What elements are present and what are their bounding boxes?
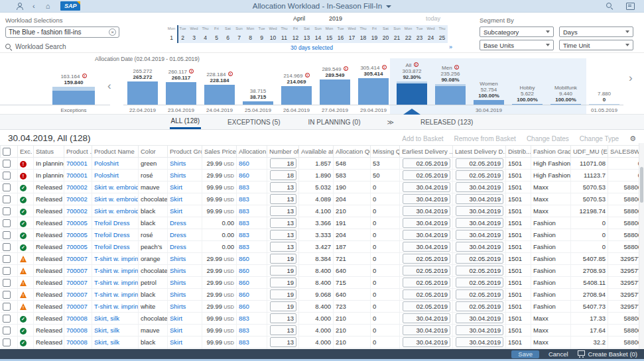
row-checkbox[interactable] <box>3 195 11 203</box>
change-type-button[interactable]: Change Type <box>580 135 619 142</box>
workload-selection-field[interactable]: × <box>5 26 119 38</box>
product_name-link[interactable]: T-shirt w. imprint <box>94 303 139 310</box>
number_of-input[interactable]: 13 <box>270 242 296 252</box>
earliest-date-input[interactable]: 30.04.2019 <box>403 313 450 323</box>
earliest-date-input[interactable]: 02.05.2019 <box>403 301 450 311</box>
remove-from-basket-button[interactable]: Remove from Basket <box>454 135 516 142</box>
row-checkbox[interactable] <box>3 291 11 299</box>
save-button[interactable]: Save <box>511 350 539 358</box>
calendar-day[interactable]: Sun14 <box>312 25 324 43</box>
alloc_plan-link[interactable]: 883 <box>239 315 249 322</box>
number_of-input[interactable]: 19 <box>270 278 296 287</box>
product_id-link[interactable]: 700008 <box>66 338 88 346</box>
alloc_plan-link[interactable]: 883 <box>239 231 249 238</box>
number_of-input[interactable]: 13 <box>270 194 296 204</box>
chart-bar-cell[interactable]: 214.969 !214.069 <box>277 62 316 105</box>
column-header-product_name[interactable]: Product Name <box>92 146 139 158</box>
row-checkbox[interactable] <box>3 315 11 323</box>
row-checkbox[interactable] <box>3 243 11 251</box>
alloc_plan-link[interactable]: 860 <box>239 160 249 167</box>
number_of-input[interactable]: 13 <box>270 325 296 335</box>
earliest-date-input[interactable]: 02.05.2019 <box>403 278 450 287</box>
number_of-input[interactable]: 19 <box>270 289 296 299</box>
tab-all-128-[interactable]: ALL (128) <box>170 115 202 129</box>
calendar-day[interactable]: Sat6 <box>222 25 233 43</box>
latest-date-input[interactable]: 02.05.2019 <box>456 158 503 168</box>
column-header-number_of[interactable]: Number of ... <box>267 146 299 158</box>
number_of-input[interactable]: 13 <box>270 230 296 240</box>
product_group-link[interactable]: Shirts <box>170 279 186 286</box>
latest-date-input[interactable]: 02.05.2019 <box>456 170 503 180</box>
alloc_plan-link[interactable]: 883 <box>239 327 249 334</box>
earliest-date-input[interactable]: 30.04.2019 <box>403 218 450 228</box>
row-checkbox[interactable] <box>3 303 11 311</box>
gear-icon[interactable]: ⚙ <box>629 134 636 143</box>
row-checkbox[interactable] <box>3 327 11 335</box>
calendar-day[interactable]: Sat13 <box>301 25 312 43</box>
earliest-date-input[interactable]: 02.05.2019 <box>403 266 450 276</box>
column-header-alloc_qty[interactable]: Allocation Qua... <box>334 146 371 158</box>
calendar-day[interactable]: Wed24 <box>425 25 436 43</box>
user-icon[interactable] <box>16 3 22 9</box>
product_id-link[interactable]: 700007 <box>66 255 88 262</box>
product_name-link[interactable]: T-shirt w. imprint <box>94 279 139 286</box>
latest-date-input[interactable]: 30.04.2019 <box>456 218 503 228</box>
alloc_plan-link[interactable]: 860 <box>239 255 249 262</box>
earliest-date-input[interactable]: 30.04.2019 <box>403 182 450 192</box>
product_group-link[interactable]: Dress <box>170 231 186 238</box>
alloc_plan-link[interactable]: 860 <box>239 172 249 179</box>
row-checkbox[interactable] <box>3 207 11 215</box>
row-checkbox[interactable] <box>3 160 11 168</box>
product_group-link[interactable]: Shirts <box>170 172 186 179</box>
product_group-link[interactable]: Dress <box>170 243 186 250</box>
product_group-link[interactable]: Shirts <box>170 160 186 167</box>
latest-date-input[interactable]: 02.05.2019 <box>456 301 503 311</box>
calendar-day[interactable]: Fri19 <box>369 25 380 43</box>
product_name-link[interactable]: Skirt w. embroidery <box>94 207 139 215</box>
product_group-link[interactable]: Shirts <box>170 303 186 310</box>
product_id-link[interactable]: 700001 <box>66 172 88 179</box>
product_name-link[interactable]: T-shirt w. imprint <box>94 291 139 298</box>
home-icon[interactable]: ⌂ <box>46 3 50 10</box>
chart-bar-cell[interactable]: 260.117 !260.117 <box>162 62 200 105</box>
latest-date-input[interactable]: 30.04.2019 <box>456 313 503 323</box>
product_group-link[interactable]: Shirts <box>170 291 186 298</box>
chart-bar-cell[interactable]: 38.71538.715 <box>239 62 277 105</box>
calendar-day[interactable]: Thu25 <box>436 25 448 43</box>
row-checkbox[interactable] <box>3 219 11 227</box>
latest-date-input[interactable]: 30.04.2019 <box>456 230 503 240</box>
product_id-link[interactable]: 700001 <box>66 160 88 167</box>
latest-date-input[interactable]: 02.05.2019 <box>456 266 503 276</box>
number_of-input[interactable]: 13 <box>270 182 296 192</box>
create-basket-button[interactable]: Create Basket (0) <box>578 350 637 358</box>
earliest-date-input[interactable]: 30.04.2019 <box>403 230 450 240</box>
scrollbar-thumb[interactable] <box>640 167 643 203</box>
vertical-scrollbar[interactable] <box>639 143 644 349</box>
calendar-day[interactable]: Mon22 <box>403 25 414 43</box>
workload-search[interactable]: Workload Search <box>5 43 166 50</box>
product_name-link[interactable]: Skirt, silk <box>94 327 119 334</box>
earliest-date-input[interactable]: 30.04.2019 <box>403 194 450 204</box>
product_id-link[interactable]: 700007 <box>66 291 88 298</box>
workload-selection-input[interactable] <box>9 28 109 36</box>
calendar-day[interactable]: Wed3 <box>188 25 200 43</box>
alloc_plan-link[interactable]: 883 <box>239 243 249 250</box>
alloc_plan-link[interactable]: 883 <box>239 207 249 215</box>
chart-bar-cell[interactable]: 265.272265.272 <box>123 62 162 105</box>
number_of-input[interactable]: 13 <box>270 313 296 323</box>
segment-dropdown-time-unit[interactable]: Time Unit <box>559 40 633 50</box>
earliest-date-input[interactable]: 02.05.2019 <box>403 158 450 168</box>
earliest-date-input[interactable]: 30.04.2019 <box>403 242 450 252</box>
chevron-right-icon[interactable]: › <box>629 72 633 85</box>
chart-bar-cell[interactable]: Men !235.25690.08% <box>431 62 470 105</box>
number_of-input[interactable]: 13 <box>270 218 296 228</box>
latest-date-input[interactable]: 02.05.2019 <box>456 254 503 264</box>
earliest-date-input[interactable]: 02.05.2019 <box>403 170 450 180</box>
product_id-link[interactable]: 700005 <box>66 231 88 238</box>
product_id-link[interactable]: 700008 <box>66 327 88 334</box>
app-title-bar[interactable]: Allocation Workload - In-Season Fill-In <box>0 2 644 10</box>
product_group-link[interactable]: Skirt <box>170 327 182 334</box>
column-header-exc[interactable]: Exc. <box>18 146 34 158</box>
product_group-link[interactable]: Dress <box>170 219 186 227</box>
column-header-missing[interactable]: Missing Qu... <box>371 146 400 158</box>
